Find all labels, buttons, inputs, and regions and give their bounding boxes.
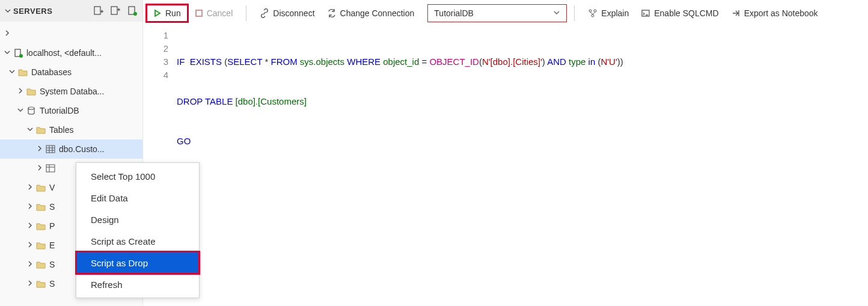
play-icon — [153, 9, 162, 17]
svg-rect-7 — [46, 145, 55, 153]
line-number: 3 — [143, 55, 168, 69]
folder-icon — [17, 68, 29, 76]
folder-icon — [25, 87, 37, 96]
chevron-down-icon — [25, 126, 35, 133]
database-selected-label: TutorialDB — [434, 8, 474, 18]
menu-script-as-create[interactable]: Script as Create — [76, 230, 199, 252]
editor-content[interactable]: IF EXISTS (SELECT * FROM sys.objects WHE… — [177, 26, 868, 306]
folder-icon — [35, 241, 47, 249]
chevron-down-icon — [2, 49, 12, 57]
tree-folder-label: S — [49, 260, 55, 269]
menu-edit-data[interactable]: Edit Data — [76, 187, 199, 209]
folder-icon — [35, 203, 47, 211]
svg-point-5 — [19, 54, 23, 58]
line-number: 1 — [143, 29, 168, 42]
export-notebook-label: Export as Notebook — [744, 8, 818, 18]
run-button[interactable]: Run — [145, 4, 189, 23]
tree-folder-label: V — [49, 183, 55, 192]
table-context-menu: Select Top 1000 Edit Data Design Script … — [76, 162, 200, 298]
tree-folder-label: S — [49, 202, 55, 212]
change-connection-icon — [327, 8, 337, 18]
server-label: localhost, <default... — [26, 48, 102, 58]
main-area: Run Cancel Disconnect Change Connection … — [143, 0, 868, 306]
svg-rect-1 — [111, 7, 117, 14]
tables-label: Tables — [49, 125, 73, 135]
tree-folder-label: P — [49, 221, 55, 231]
explain-label: Explain — [601, 8, 629, 18]
table-custo-label: dbo.Custo... — [59, 144, 105, 154]
server-node[interactable]: localhost, <default... — [0, 43, 142, 63]
sidebar-header: SERVERS — [0, 0, 142, 22]
folder-icon — [35, 280, 47, 288]
chevron-down-icon — [553, 8, 560, 18]
explain-button[interactable]: Explain — [582, 4, 635, 23]
server-status-icon[interactable] — [127, 5, 138, 16]
disconnect-label: Disconnect — [273, 8, 314, 18]
system-databases-label: System Databa... — [40, 87, 104, 96]
code-line-4 — [177, 174, 868, 188]
chevron-right-icon — [35, 165, 44, 172]
svg-point-16 — [589, 10, 591, 12]
svg-rect-12 — [46, 165, 55, 172]
toolbar-separator — [574, 5, 575, 21]
code-line-1: IF EXISTS (SELECT * FROM sys.objects WHE… — [177, 55, 868, 69]
run-label: Run — [165, 8, 181, 18]
svg-point-3 — [133, 12, 137, 16]
explain-icon — [588, 8, 598, 18]
chevron-right-icon — [25, 242, 35, 249]
database-icon — [25, 106, 37, 115]
sql-editor[interactable]: 1 2 3 4 IF EXISTS (SELECT * FROM sys.obj… — [143, 26, 868, 306]
menu-design[interactable]: Design — [76, 209, 199, 230]
chevron-right-icon — [35, 145, 44, 153]
database-selector[interactable]: TutorialDB — [427, 4, 567, 22]
code-line-3: GO — [177, 135, 868, 148]
line-number: 4 — [143, 69, 168, 82]
chevron-down-icon — [16, 107, 25, 114]
sqlcmd-icon — [641, 8, 650, 18]
folder-icon — [35, 260, 47, 269]
table-custo-node[interactable]: dbo.Custo... — [0, 139, 142, 159]
tutorialdb-label: TutorialDB — [40, 106, 79, 115]
query-toolbar: Run Cancel Disconnect Change Connection … — [143, 0, 868, 26]
chevron-right-icon — [2, 30, 12, 37]
change-connection-button[interactable]: Change Connection — [321, 4, 421, 23]
table-icon — [44, 145, 57, 153]
disconnect-button[interactable]: Disconnect — [254, 4, 320, 23]
new-connection-icon[interactable] — [110, 5, 121, 16]
menu-select-top-1000[interactable]: Select Top 1000 — [76, 165, 199, 187]
chevron-right-icon — [25, 261, 35, 268]
tree-placeholder-row[interactable] — [0, 24, 142, 43]
server-icon — [12, 48, 24, 58]
svg-point-17 — [594, 10, 596, 12]
databases-label: Databases — [31, 67, 72, 77]
menu-refresh[interactable]: Refresh — [76, 274, 199, 295]
sidebar-title: SERVERS — [13, 7, 87, 16]
system-databases-node[interactable]: System Databa... — [0, 82, 142, 101]
chevron-down-icon[interactable] — [5, 8, 13, 14]
svg-point-18 — [591, 14, 594, 17]
new-query-icon[interactable] — [93, 5, 104, 16]
line-number: 2 — [143, 42, 168, 55]
folder-icon — [35, 222, 47, 230]
tree-folder-label: S — [49, 279, 55, 289]
cancel-button[interactable]: Cancel — [189, 4, 239, 23]
menu-script-as-drop[interactable]: Script as Drop — [76, 252, 199, 274]
chevron-right-icon — [25, 203, 35, 210]
tree-folder-label: E — [49, 240, 55, 250]
tables-node[interactable]: Tables — [0, 120, 142, 139]
databases-node[interactable]: Databases — [0, 63, 142, 82]
table-icon — [44, 164, 57, 173]
export-notebook-button[interactable]: Export as Notebook — [725, 4, 824, 23]
chevron-right-icon — [25, 280, 35, 287]
change-connection-label: Change Connection — [340, 8, 415, 18]
tutorialdb-node[interactable]: TutorialDB — [0, 101, 142, 120]
enable-sqlcmd-button[interactable]: Enable SQLCMD — [635, 4, 724, 23]
export-icon — [731, 8, 741, 18]
toolbar-separator — [246, 5, 246, 21]
chevron-down-icon — [7, 69, 17, 76]
chevron-right-icon — [25, 222, 35, 230]
svg-rect-0 — [94, 7, 100, 14]
code-line-2: DROP TABLE [dbo].[Customers] — [177, 95, 868, 108]
folder-icon — [35, 126, 47, 134]
folder-icon — [35, 183, 47, 192]
